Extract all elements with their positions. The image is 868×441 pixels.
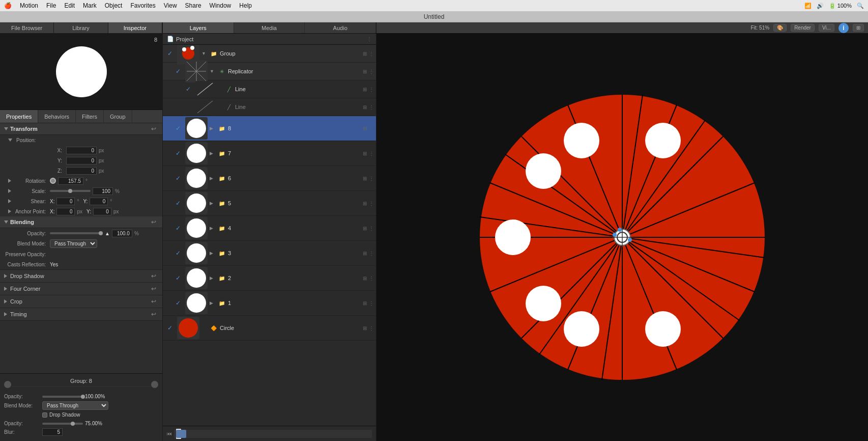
timeline-bar[interactable] [174, 430, 372, 438]
blending-reset-icon[interactable]: ↩ [151, 218, 158, 226]
item3-expand[interactable]: ▶ [210, 251, 218, 256]
menu-window[interactable]: Window [210, 2, 232, 9]
pos-x-input[interactable] [66, 147, 97, 154]
layer-item-6[interactable]: ✓ ▶ 📁 6 ⊞ ⋮ [163, 166, 376, 191]
project-action[interactable]: ⋮ [367, 36, 372, 42]
item6-expand[interactable]: ▶ [210, 176, 218, 181]
inspector-tab-group[interactable]: Group [104, 110, 132, 123]
layer-item-4[interactable]: ✓ ▶ 📁 4 ⊞ ⋮ [163, 216, 376, 241]
four-corner-reset[interactable]: ↩ [151, 285, 158, 292]
inspector-tab-filters[interactable]: Filters [76, 110, 104, 123]
tab-file-browser[interactable]: File Browser [0, 22, 54, 33]
item2-expand[interactable]: ▶ [210, 275, 218, 281]
tab-audio[interactable]: Audio [305, 22, 376, 33]
layer-item-5[interactable]: ✓ ▶ 📁 5 ⊞ ⋮ [163, 191, 376, 216]
handle-left[interactable] [613, 233, 617, 237]
drop-shadow-row[interactable]: Drop Shadow ↩ [0, 270, 162, 282]
menu-app[interactable]: Motion [20, 2, 38, 9]
menu-file[interactable]: File [46, 2, 56, 9]
timing-row[interactable]: Timing ↩ [0, 308, 162, 320]
layer-item-line2[interactable]: ╱ Line ⊞ ⋮ [163, 98, 376, 116]
timing-reset[interactable]: ↩ [151, 311, 158, 318]
line2-action[interactable]: ⊞ [363, 104, 367, 110]
item8-expand[interactable]: ▶ [210, 126, 218, 131]
tab-inspector[interactable]: Inspector [108, 22, 162, 33]
opacity-input[interactable] [112, 230, 132, 237]
apple-menu[interactable]: 🍎 [4, 2, 12, 9]
layer-item-replicator[interactable]: ✓ ▼ ✳ Replicator ⊞ ⋮ [163, 63, 376, 80]
view-btn[interactable]: Vi... [819, 24, 834, 32]
layer-item-1[interactable]: ✓ ▶ 📁 1 ⊞ ⋮ [163, 291, 376, 316]
layer-item-circle[interactable]: ✓ 🔶 Circle ⊞ ⋮ [163, 316, 376, 341]
item1-expand[interactable]: ▶ [210, 300, 218, 306]
render-btn[interactable]: Render [791, 24, 815, 32]
drop-shadow-checkbox[interactable] [42, 412, 47, 418]
item8-action2[interactable]: ⋮ [369, 126, 374, 131]
tab-media[interactable]: Media [234, 22, 305, 33]
item4-expand[interactable]: ▶ [210, 226, 218, 231]
layer-item-8[interactable]: ✓ ▶ 📁 8 ⊞ ⋮ [163, 116, 376, 141]
anchor-expand-icon[interactable] [8, 209, 11, 213]
bottom-panel-close[interactable] [4, 381, 11, 388]
inspector-tab-behaviors[interactable]: Behaviors [38, 110, 76, 123]
menu-help[interactable]: Help [239, 2, 252, 9]
opacity-slider[interactable] [50, 232, 101, 234]
blend-mode-select[interactable]: Pass Through Normal Add Multiply [50, 239, 97, 248]
anchor-x-input[interactable] [56, 208, 75, 215]
scale-slider[interactable] [50, 190, 91, 192]
menu-share[interactable]: Share [185, 2, 201, 9]
canvas-area[interactable] [377, 34, 868, 441]
item5-expand[interactable]: ▶ [210, 201, 218, 206]
transform-header[interactable]: Transform ↩ [0, 123, 162, 135]
pos-z-input[interactable] [66, 167, 97, 175]
group-action1[interactable]: ⊞ [363, 51, 367, 57]
line1-action[interactable]: ⊞ [363, 87, 367, 92]
menu-mark[interactable]: Mark [83, 2, 97, 9]
info-icon[interactable]: i [838, 23, 849, 33]
view-options-btn[interactable]: ⊞ [853, 24, 864, 32]
replicator-expand[interactable]: ▼ [210, 69, 218, 74]
shear-expand-icon[interactable] [8, 199, 11, 203]
tab-library[interactable]: Library [54, 22, 108, 33]
bottom-blur-input[interactable] [42, 428, 63, 436]
layer-item-3[interactable]: ✓ ▶ 📁 3 ⊞ ⋮ [163, 241, 376, 266]
menu-view[interactable]: View [164, 2, 177, 9]
opacity-up-icon[interactable]: ▲ [105, 231, 110, 236]
group-expand[interactable]: ▼ [201, 51, 210, 56]
layer-item-7[interactable]: ✓ ▶ 📁 7 ⊞ ⋮ [163, 141, 376, 166]
replicator-action1[interactable]: ⊞ [363, 69, 367, 74]
crop-row[interactable]: Crop ↩ [0, 295, 162, 308]
group-action2[interactable]: ⋮ [369, 51, 374, 57]
blending-header[interactable]: Blending ↩ [0, 216, 162, 228]
handle-right[interactable] [628, 238, 632, 242]
fit-label[interactable]: Fit: 51% [750, 25, 769, 31]
rotation-input[interactable] [58, 177, 83, 185]
line1-action2[interactable]: ⋮ [369, 87, 374, 92]
anchor-y-input[interactable] [93, 208, 111, 215]
search-icon[interactable]: 🔍 [857, 3, 864, 9]
handle-top[interactable] [618, 228, 622, 232]
tab-layers[interactable]: Layers [163, 22, 234, 33]
four-corner-row[interactable]: Four Corner ↩ [0, 283, 162, 295]
layer-item-2[interactable]: ✓ ▶ 📁 2 ⊞ ⋮ [163, 266, 376, 291]
crop-reset[interactable]: ↩ [151, 298, 158, 305]
menu-favorites[interactable]: Favorites [130, 2, 155, 9]
transform-reset-icon[interactable]: ↩ [151, 125, 158, 132]
menu-edit[interactable]: Edit [64, 2, 75, 9]
color-space-btn[interactable]: 🎨 [773, 24, 787, 32]
bottom-opacity-slider[interactable] [42, 396, 83, 398]
line2-action2[interactable]: ⋮ [369, 104, 374, 110]
inspector-tab-properties[interactable]: Properties [0, 110, 38, 123]
rotation-expand-icon[interactable] [8, 179, 11, 183]
scale-expand-icon[interactable] [8, 189, 11, 193]
replicator-action2[interactable]: ⋮ [369, 69, 374, 74]
position-expand-icon[interactable] [8, 139, 12, 142]
item7-expand[interactable]: ▶ [210, 151, 218, 156]
bottom-opacity2-slider[interactable] [42, 423, 83, 425]
shear-x-input[interactable] [56, 198, 75, 205]
timeline-back-icon[interactable]: ⏮ [167, 431, 172, 436]
pos-y-input[interactable] [66, 157, 97, 164]
item8-action1[interactable]: ⊞ [363, 126, 367, 131]
scale-input[interactable] [93, 187, 113, 195]
rotation-dial[interactable] [50, 178, 56, 184]
